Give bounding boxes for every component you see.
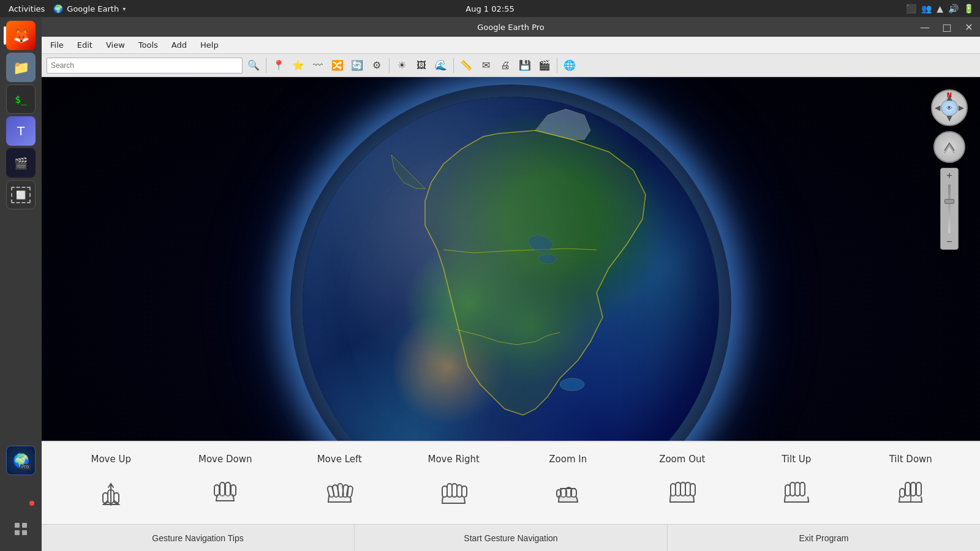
sidebar-item-ge-pro[interactable]: 🌍 Pro	[6, 446, 36, 475]
system-clock: Aug 1 02:55	[466, 4, 514, 13]
toolbar-btn-overlay[interactable]: 🔀	[329, 57, 346, 74]
svg-rect-33	[795, 482, 800, 496]
toolbar-btn-save-image[interactable]: 💾	[516, 57, 533, 74]
toolbar-btn-historical[interactable]: 🖼	[413, 57, 430, 74]
toolbar-btn-movie[interactable]: 🎬	[536, 57, 553, 74]
gesture-zoom-in: Zoom In	[519, 454, 617, 512]
toolbar-btn-print[interactable]: 🖨	[497, 57, 514, 74]
window-controls: — □ ✕	[914, 17, 980, 37]
svg-rect-18	[447, 484, 452, 497]
toolbar-btn-record[interactable]: 🔄	[349, 57, 366, 74]
gesture-move-down: Move Down	[176, 454, 274, 512]
toolbar-btn-email[interactable]: ✉	[477, 57, 494, 74]
gesture-zoom-out: Zoom Out	[633, 454, 731, 512]
svg-rect-27	[676, 482, 680, 496]
app-name-label: Google Earth	[67, 4, 119, 13]
gesture-buttons: Gesture Navigation Tips Start Gesture Na…	[42, 524, 980, 551]
gesture-tilt-up-icon	[775, 470, 818, 512]
title-bar: Google Earth Pro — □ ✕	[42, 17, 980, 37]
gesture-items-row: Move Up Move Down	[42, 442, 980, 524]
nav-compass[interactable]: N ▲ ▼ ◀ ▶ 👁	[931, 89, 968, 126]
zoom-in-button[interactable]: +	[941, 168, 958, 183]
menu-view[interactable]: View	[100, 39, 131, 51]
sidebar-item-media[interactable]: 🎬	[6, 148, 36, 178]
sidebar-item-teams[interactable]: T	[6, 116, 36, 146]
toolbar-btn-placemark[interactable]: 📍	[270, 57, 287, 74]
toolbar-btn-tour[interactable]: ⚙	[368, 57, 385, 74]
gesture-tips-button[interactable]: Gesture Navigation Tips	[42, 525, 355, 551]
sidebar-item-notification	[6, 478, 36, 507]
gesture-move-up-icon	[89, 470, 132, 512]
gesture-move-left: Move Left	[290, 454, 388, 512]
gesture-move-left-label: Move Left	[317, 454, 362, 465]
teams-icon: 👥	[921, 4, 932, 13]
svg-rect-30	[671, 484, 676, 496]
svg-point-5	[560, 378, 584, 391]
search-input[interactable]	[47, 58, 243, 73]
gesture-start-button[interactable]: Start Gesture Navigation	[355, 525, 668, 551]
svg-rect-10	[225, 482, 230, 496]
gesture-move-right-icon	[432, 470, 475, 512]
menu-tools[interactable]: Tools	[132, 39, 164, 51]
svg-point-4	[538, 254, 557, 264]
activities-button[interactable]: Activities	[0, 0, 53, 17]
gesture-tilt-up: Tilt Up	[747, 454, 845, 512]
maximize-button[interactable]: □	[936, 17, 958, 37]
toolbar-btn-sunlight[interactable]: ☀	[393, 57, 410, 74]
svg-rect-35	[785, 485, 790, 496]
svg-rect-37	[911, 482, 916, 496]
menu-file[interactable]: File	[44, 39, 70, 51]
sidebar-item-files[interactable]: 📁	[6, 53, 36, 82]
toolbar: 🔍 📍 ⭐ 〰 🔀 🔄 ⚙ ☀ 🖼 🌊 📏 ✉ 🖨 💾 🎬 🌐	[42, 54, 980, 77]
svg-rect-19	[452, 484, 457, 497]
zoom-out-button[interactable]: −	[941, 234, 958, 249]
toolbar-btn-polygon[interactable]: ⭐	[290, 57, 307, 74]
toolbar-btn-maps[interactable]: 🌐	[561, 57, 578, 74]
svg-rect-29	[685, 482, 690, 496]
menu-add[interactable]: Add	[165, 39, 193, 51]
sidebar-item-firefox[interactable]: 🦊	[6, 21, 36, 50]
toolbar-btn-ocean[interactable]: 🌊	[432, 57, 450, 74]
gesture-move-up-label: Move Up	[91, 454, 132, 465]
sidebar-item-terminal[interactable]: $_	[6, 84, 36, 114]
wifi-icon: ▲	[937, 4, 943, 13]
svg-rect-1	[22, 523, 27, 528]
app-sidebar: 🦊 📁 $_ T 🎬 ⬜ 🌍 Pro	[0, 17, 42, 551]
gesture-exit-button[interactable]: Exit Program	[668, 525, 980, 551]
toolbar-btn-path[interactable]: 〰	[309, 57, 326, 74]
close-button[interactable]: ✕	[958, 17, 980, 37]
svg-rect-31	[690, 484, 695, 496]
zoom-track[interactable]	[948, 184, 951, 233]
compass-up-arrow: ▲	[946, 93, 952, 102]
compass-left-arrow: ◀	[935, 103, 940, 112]
svg-rect-32	[790, 482, 795, 496]
toolbar-sep-2	[389, 58, 390, 73]
nav-zoom-control: + −	[940, 168, 959, 250]
svg-rect-21	[442, 486, 447, 497]
sidebar-item-grid[interactable]	[6, 514, 36, 544]
toolbar-btn-ruler[interactable]: 📏	[458, 57, 475, 74]
gesture-zoom-out-label: Zoom Out	[659, 454, 705, 465]
sidebar-item-screenshot[interactable]: ⬜	[6, 180, 36, 209]
gesture-move-right: Move Right	[405, 454, 503, 512]
svg-rect-0	[15, 523, 20, 528]
gesture-tilt-up-label: Tilt Up	[782, 454, 811, 465]
menu-edit[interactable]: Edit	[71, 39, 99, 51]
gesture-move-down-label: Move Down	[198, 454, 252, 465]
svg-rect-12	[231, 485, 236, 496]
gesture-tilt-down-label: Tilt Down	[889, 454, 932, 465]
svg-rect-39	[916, 482, 921, 496]
app-name-area: 🌍 Google Earth ▾	[53, 4, 126, 13]
minimize-button[interactable]: —	[914, 17, 936, 37]
search-button[interactable]: 🔍	[245, 57, 262, 74]
zoom-thumb[interactable]	[944, 199, 954, 204]
svg-rect-34	[800, 482, 805, 496]
gesture-move-right-label: Move Right	[428, 454, 480, 465]
toolbar-sep-4	[557, 58, 557, 73]
svg-rect-2	[15, 530, 20, 535]
window-title: Google Earth Pro	[477, 23, 545, 32]
camera-icon: ⬛	[906, 4, 916, 13]
nav-tilt-control[interactable]	[933, 131, 965, 163]
gesture-tilt-down-icon	[889, 470, 932, 512]
menu-help[interactable]: Help	[194, 39, 225, 51]
